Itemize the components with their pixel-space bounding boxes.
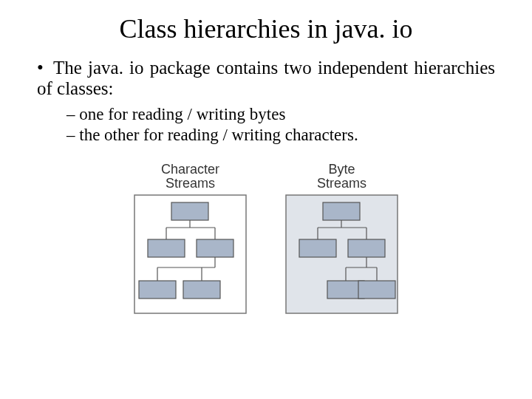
char-label-line2: Streams: [166, 176, 215, 191]
svg-rect-16: [299, 239, 336, 257]
main-bullet: •The java. io package contains two indep…: [37, 58, 495, 99]
byte-streams-label: Byte Streams: [317, 163, 366, 191]
byte-label-line2: Streams: [317, 176, 366, 191]
sub-bullet-2: – the other for reading / writing charac…: [66, 126, 495, 145]
bullet-dot-icon: •: [37, 58, 53, 78]
svg-rect-17: [348, 239, 385, 257]
byte-streams-block: Byte Streams: [284, 163, 399, 316]
svg-rect-19: [358, 281, 395, 299]
char-label-line1: Character: [161, 162, 219, 177]
diagram-area: Character Streams: [37, 163, 495, 316]
svg-rect-1: [171, 202, 208, 220]
main-bullet-text: The java. io package contains two indepe…: [37, 58, 495, 98]
sub-bullet-list: – one for reading / writing bytes – the …: [66, 105, 495, 145]
sub-bullet-2-text: the other for reading / writing characte…: [79, 126, 358, 144]
svg-rect-3: [197, 239, 233, 257]
svg-rect-2: [148, 239, 185, 257]
byte-label-line1: Byte: [328, 162, 355, 177]
slide: Class hierarchies in java. io •The java.…: [0, 0, 532, 316]
svg-rect-15: [323, 202, 360, 220]
sub-bullet-1: – one for reading / writing bytes: [66, 105, 495, 124]
byte-streams-tree-icon: [284, 194, 399, 316]
character-streams-block: Character Streams: [133, 163, 248, 316]
sub-bullet-1-text: one for reading / writing bytes: [79, 105, 285, 123]
svg-rect-4: [139, 281, 176, 299]
character-streams-label: Character Streams: [161, 163, 219, 191]
slide-title: Class hierarchies in java. io: [37, 13, 495, 44]
svg-rect-5: [183, 281, 220, 299]
character-streams-tree-icon: [133, 194, 248, 316]
